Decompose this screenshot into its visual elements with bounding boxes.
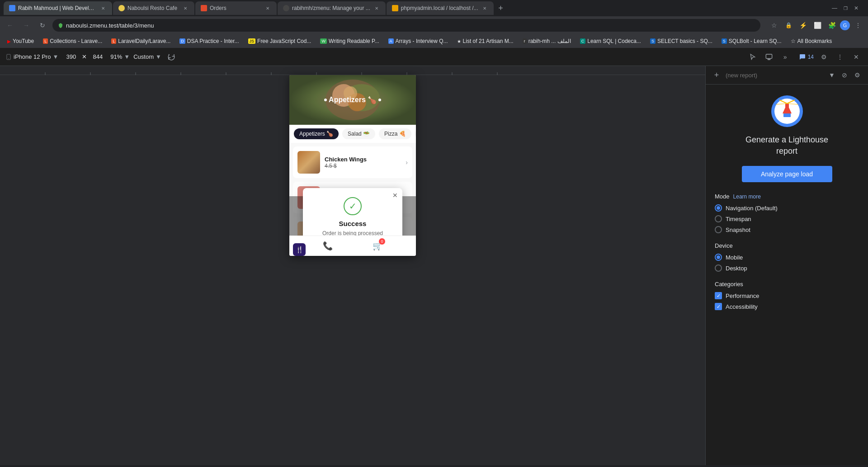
tab-github[interactable]: rabihmh/zmenu: Manage your ... ✕	[278, 1, 386, 15]
device-section: Device Mobile Desktop	[715, 242, 859, 272]
bookmark-icon[interactable]: ☆	[768, 19, 780, 32]
bookmark-arrays[interactable]: A Arrays - Interview Q...	[385, 37, 452, 45]
chat-count: 14	[808, 54, 814, 60]
bookmark-rabih[interactable]: r rabih-mh ... الملف	[519, 37, 575, 45]
custom-selector[interactable]: Custom ▼	[133, 53, 161, 60]
more-devtools-icon[interactable]: »	[779, 51, 792, 63]
tab-phpmyadmin[interactable]: phpmyadmin.local / localhost /... ✕	[387, 1, 494, 15]
address-input[interactable]: naboulsi.zmenu.test/table/3/menu	[52, 19, 760, 32]
categories-section: Categories Performance Accessibility	[715, 281, 859, 314]
extension-icon-3[interactable]: ⬜	[811, 19, 824, 32]
tab-close-3[interactable]: ✕	[264, 5, 271, 12]
cat-tab-salad[interactable]: Salad 🥗	[342, 128, 375, 139]
bookmark-writing[interactable]: W Writing Readable P...	[316, 37, 382, 45]
settings-icon[interactable]: ⚙	[817, 51, 830, 63]
width-input[interactable]	[62, 53, 80, 60]
devtools-close-icon[interactable]: ✕	[850, 51, 863, 63]
app-header-title: Appetizers 🍗	[324, 96, 381, 104]
rotate-icon[interactable]	[165, 51, 178, 63]
tab-naboulsi[interactable]: Rabih Mahmoud | Web Develop... ✕	[4, 1, 112, 15]
viewport-area: Appetizers 🍗 Appetizers 🍗 Salad 🥗 Pizza …	[0, 66, 705, 465]
add-report-button[interactable]: +	[711, 70, 722, 80]
tab-orders[interactable]: Orders ✕	[195, 1, 277, 15]
menu-item-name: Chicken Wings	[325, 156, 401, 163]
mode-snapshot[interactable]: Snapshot	[715, 226, 859, 233]
responsive-icon[interactable]	[763, 51, 775, 63]
bookmark-dsa[interactable]: D DSA Practice - Inter...	[176, 37, 242, 45]
bookmark-favicon-6: W	[320, 38, 327, 44]
mode-timespan[interactable]: Timespan	[715, 215, 859, 222]
zoom-selector[interactable]: 91% ▼	[110, 53, 130, 60]
extensions-icon[interactable]: 🧩	[826, 19, 838, 32]
dropdown-icon[interactable]: ▼	[826, 70, 837, 80]
bookmark-learnsql[interactable]: C Learn SQL | Codeca...	[576, 37, 645, 45]
reload-button[interactable]: ↻	[36, 19, 49, 32]
extension-icon-1[interactable]: 🔒	[782, 19, 795, 32]
food-img-inner	[297, 151, 320, 174]
lighthouse-logo-svg	[771, 95, 803, 127]
cancel-report-icon[interactable]: ⊘	[839, 70, 850, 80]
cart-bottom-icon[interactable]: 🛒 0	[373, 241, 382, 251]
bookmark-youtube[interactable]: ▶ YouTube	[4, 37, 38, 45]
device-frame: Appetizers 🍗 Appetizers 🍗 Salad 🥗 Pizza …	[289, 75, 416, 256]
cat-tab-pizza[interactable]: Pizza 🍕	[379, 128, 411, 139]
bookmark-artisan[interactable]: ★ List of 21 Artisan M...	[453, 37, 517, 45]
lh-title-line1: Generate a Lighthouse	[745, 135, 828, 144]
bookmark-favicon-5: JS	[248, 38, 256, 44]
cat-tab-pasta[interactable]: Pasta 🍝	[415, 128, 416, 139]
device-mobile[interactable]: Mobile	[715, 254, 859, 261]
forward-button[interactable]: →	[20, 19, 33, 32]
bookmark-collections-label: Collections - Larave...	[50, 38, 102, 44]
device-mobile-label: Mobile	[726, 254, 743, 261]
bookmark-all-label: All Bookmarks	[797, 38, 832, 44]
bookmark-sqlbolt[interactable]: S SQLBolt - Learn SQ...	[718, 37, 785, 45]
tab-naboulsi-cafe[interactable]: Naboulsi Resto Cafe ✕	[113, 1, 194, 15]
phone-bottom-icon[interactable]: 📞	[323, 241, 333, 251]
close-button[interactable]: ✕	[854, 5, 859, 11]
category-accessibility-label: Accessibility	[726, 303, 758, 310]
back-button[interactable]: ←	[4, 19, 16, 32]
report-input[interactable]	[726, 72, 823, 79]
profile-icon[interactable]: G	[840, 20, 850, 30]
tab-favicon-1	[9, 5, 15, 11]
bookmark-all[interactable]: ☆ All Bookmarks	[787, 37, 836, 45]
panel-settings-icon[interactable]: ⚙	[852, 70, 863, 80]
menu-item-image-chicken	[297, 151, 320, 174]
restore-button[interactable]: ❐	[843, 5, 848, 11]
cat-tab-appetizers[interactable]: Appetizers 🍗	[294, 128, 339, 139]
radio-mobile	[715, 254, 722, 261]
inspect-icon[interactable]	[746, 51, 759, 63]
more-options-icon[interactable]: ⋮	[852, 19, 864, 32]
radio-desktop	[715, 264, 722, 272]
bookmark-laraveldaily[interactable]: L LaravelDaily/Larave...	[108, 37, 174, 45]
tab-close-5[interactable]: ✕	[481, 5, 488, 12]
minimize-button[interactable]: —	[832, 5, 837, 11]
mode-navigation[interactable]: Navigation (Default)	[715, 204, 859, 212]
category-performance[interactable]: Performance	[715, 292, 859, 299]
learn-more-link[interactable]: Learn more	[733, 193, 761, 200]
device-selector[interactable]: iPhone 12 Pro ▼	[5, 53, 58, 60]
new-tab-button[interactable]: +	[495, 2, 507, 14]
cat-label-pizza: Pizza 🍕	[384, 131, 406, 137]
analyze-button[interactable]: Analyze page load	[742, 166, 832, 182]
bookmark-js[interactable]: JS Free JavaScript Cod...	[245, 37, 315, 45]
modal-close-button[interactable]: ✕	[392, 192, 398, 199]
devtools-more-icon[interactable]: ⋮	[834, 51, 846, 63]
bookmark-favicon-10: C	[580, 38, 586, 44]
cat-label-appetizers: Appetizers 🍗	[299, 131, 333, 137]
device-chevron: ▼	[52, 53, 58, 60]
tab-close-4[interactable]: ✕	[373, 5, 380, 12]
menu-item-chicken-wings[interactable]: Chicken Wings 4.5 $ ›	[293, 146, 412, 178]
category-accessibility[interactable]: Accessibility	[715, 303, 859, 310]
panel-icon-group: ▼ ⊘ ⚙	[826, 70, 863, 80]
extension-icon-2[interactable]: ⚡	[797, 19, 809, 32]
height-input[interactable]	[89, 53, 107, 60]
device-desktop[interactable]: Desktop	[715, 264, 859, 272]
bookmark-collections[interactable]: L Collections - Larave...	[39, 37, 106, 45]
tab-close-1[interactable]: ✕	[99, 5, 107, 12]
chat-section: 14	[799, 53, 814, 61]
bookmark-select[interactable]: S SELECT basics - SQ...	[646, 37, 716, 45]
category-performance-label: Performance	[726, 292, 759, 299]
tab-close-2[interactable]: ✕	[182, 5, 189, 12]
checkbox-performance	[715, 292, 722, 299]
